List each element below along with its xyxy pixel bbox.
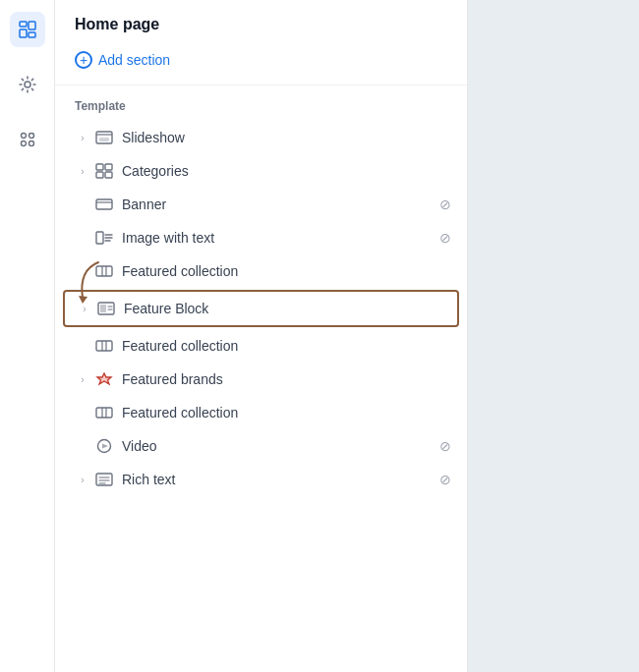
categories-name: Categories <box>122 163 451 179</box>
section-row-banner[interactable]: › Banner ⊘ <box>55 188 467 221</box>
template-label: Template <box>55 99 467 113</box>
section-row-featured-brands[interactable]: › Featured brands <box>55 363 467 396</box>
sections-nav-button[interactable] <box>10 12 45 47</box>
slideshow-icon <box>94 128 114 147</box>
add-section-label: Add section <box>98 52 170 68</box>
featured-brands-icon <box>94 369 114 389</box>
image-text-icon <box>94 228 114 248</box>
svg-rect-14 <box>105 172 112 178</box>
disabled-icon: ⊘ <box>439 196 451 212</box>
rich-text-name: Rich text <box>122 472 436 487</box>
svg-rect-16 <box>96 232 103 244</box>
image-text-name: Image with text <box>122 230 436 246</box>
rich-text-icon <box>94 470 114 489</box>
video-icon <box>94 436 114 456</box>
disabled-icon: ⊘ <box>439 438 451 454</box>
svg-rect-11 <box>96 164 103 170</box>
section-row-video[interactable]: › Video ⊘ <box>55 429 467 463</box>
feature-block-name: Feature Block <box>124 301 449 316</box>
svg-marker-35 <box>102 444 108 449</box>
featured-collection-icon <box>94 336 114 356</box>
svg-point-5 <box>21 134 26 139</box>
section-row-feature-block[interactable]: › Feature Block <box>63 290 459 327</box>
svg-point-7 <box>21 141 26 146</box>
chevron-icon: › <box>75 163 90 179</box>
svg-marker-23 <box>79 296 87 304</box>
icon-sidebar <box>0 0 55 672</box>
section-row-rich-text[interactable]: › Rich text ⊘ <box>55 463 467 496</box>
svg-rect-2 <box>29 22 35 29</box>
section-row-image-text[interactable]: › Image with text ⊘ <box>55 221 467 254</box>
categories-icon <box>94 161 114 181</box>
svg-point-4 <box>25 82 30 87</box>
section-row-featured-collection-3[interactable]: › Featured collection <box>55 396 467 429</box>
svg-point-6 <box>29 134 33 139</box>
section-row-featured-collection-2[interactable]: › Featured collection <box>55 329 467 363</box>
svg-rect-28 <box>96 341 112 351</box>
disabled-icon: ⊘ <box>439 472 451 487</box>
preview-panel <box>468 0 639 672</box>
svg-rect-15 <box>96 199 112 209</box>
chevron-icon: › <box>75 130 90 145</box>
add-section-button[interactable]: + Add section <box>75 47 447 73</box>
svg-rect-3 <box>29 32 35 37</box>
svg-point-8 <box>29 141 33 146</box>
section-row-slideshow[interactable]: › Slideshow <box>55 121 467 154</box>
section-row-categories[interactable]: › Categories <box>55 154 467 188</box>
settings-nav-button[interactable] <box>10 67 45 102</box>
main-panel: Home page + Add section Template › Slide… <box>55 0 468 672</box>
svg-rect-31 <box>96 408 112 418</box>
svg-rect-1 <box>20 29 27 37</box>
panel-content: Template › Slideshow › <box>55 85 467 672</box>
featured-collection-2-name: Featured collection <box>122 338 451 354</box>
chevron-icon: › <box>75 371 90 387</box>
disabled-icon: ⊘ <box>439 230 451 246</box>
featured-collection-3-name: Featured collection <box>122 405 451 420</box>
video-name: Video <box>122 438 436 454</box>
svg-rect-0 <box>20 22 27 27</box>
svg-rect-12 <box>105 164 112 170</box>
banner-name: Banner <box>122 196 436 212</box>
svg-rect-13 <box>96 172 103 178</box>
svg-rect-10 <box>99 138 109 141</box>
banner-icon <box>94 195 114 214</box>
page-title: Home page <box>75 16 447 33</box>
panel-header: Home page + Add section <box>55 0 467 85</box>
chevron-icon: › <box>75 472 90 487</box>
section-row-featured-collection-1[interactable]: › Featured collection <box>55 254 467 288</box>
apps-nav-button[interactable] <box>10 122 45 157</box>
featured-collection-icon <box>94 403 114 422</box>
add-section-icon: + <box>75 51 92 69</box>
featured-collection-1-name: Featured collection <box>122 263 451 279</box>
slideshow-name: Slideshow <box>122 130 451 145</box>
featured-brands-name: Featured brands <box>122 371 451 387</box>
